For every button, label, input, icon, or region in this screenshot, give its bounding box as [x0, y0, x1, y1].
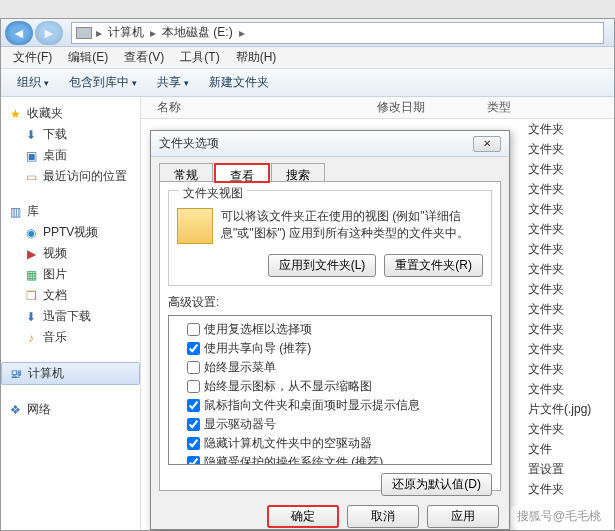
sidebar-item-recent[interactable]: ▭最近访问的位置: [1, 166, 140, 187]
file-row[interactable]: 文件: [524, 439, 614, 459]
file-row[interactable]: 置设置: [524, 459, 614, 479]
xunlei-icon: ⬇: [23, 309, 39, 325]
sidebar-item-label: 音乐: [43, 329, 67, 346]
close-button[interactable]: ✕: [473, 136, 501, 152]
col-modified[interactable]: 修改日期: [377, 99, 487, 116]
checkbox[interactable]: [187, 342, 200, 355]
new-folder-button[interactable]: 新建文件夹: [199, 69, 279, 96]
sidebar-item-xunlei[interactable]: ⬇迅雷下载: [1, 306, 140, 327]
sidebar-item-documents[interactable]: ❐文档: [1, 285, 140, 306]
folder-view-desc: 可以将该文件夹正在使用的视图 (例如"详细信息"或"图标") 应用到所有这种类型…: [221, 208, 483, 244]
file-row[interactable]: 文件夹: [524, 219, 614, 239]
sidebar: ★收藏夹 ⬇下载 ▣桌面 ▭最近访问的位置 ▥库 ◉PPTV视频 ▶视频 ▦图片…: [1, 97, 141, 530]
file-row[interactable]: 文件夹: [524, 119, 614, 139]
library-icon: ▥: [7, 204, 23, 220]
sidebar-favorites[interactable]: ★收藏夹: [1, 103, 140, 124]
sidebar-item-downloads[interactable]: ⬇下载: [1, 124, 140, 145]
file-row[interactable]: 文件夹: [524, 199, 614, 219]
file-row[interactable]: 文件夹: [524, 419, 614, 439]
file-row[interactable]: 文件夹: [524, 239, 614, 259]
tree-item[interactable]: 鼠标指向文件夹和桌面项时显示提示信息: [173, 396, 487, 415]
tab-view[interactable]: 查看: [215, 164, 269, 182]
file-row[interactable]: 文件夹: [524, 379, 614, 399]
file-row[interactable]: 文件夹: [524, 179, 614, 199]
menu-edit[interactable]: 编辑(E): [60, 49, 116, 66]
sidebar-item-video[interactable]: ▶视频: [1, 243, 140, 264]
sidebar-item-desktop[interactable]: ▣桌面: [1, 145, 140, 166]
tree-item[interactable]: 隐藏计算机文件夹中的空驱动器: [173, 434, 487, 453]
col-type[interactable]: 类型: [487, 99, 561, 116]
organize-button[interactable]: 组织: [7, 69, 59, 96]
tree-item[interactable]: 使用复选框以选择项: [173, 320, 487, 339]
nav-back-button[interactable]: ◄: [5, 21, 33, 45]
checkbox[interactable]: [187, 456, 200, 465]
breadcrumb-drive[interactable]: 本地磁盘 (E:): [156, 24, 239, 41]
apply-button[interactable]: 应用: [427, 505, 499, 528]
include-library-button[interactable]: 包含到库中: [59, 69, 147, 96]
file-row[interactable]: 文件夹: [524, 159, 614, 179]
dialog-title: 文件夹选项: [159, 135, 219, 152]
file-row[interactable]: 文件夹: [524, 319, 614, 339]
cancel-button[interactable]: 取消: [347, 505, 419, 528]
file-row[interactable]: 文件夹: [524, 279, 614, 299]
file-row[interactable]: 文件夹: [524, 479, 614, 499]
file-list: 文件夹 文件夹 文件夹 文件夹 文件夹 文件夹 文件夹 文件夹 文件夹 文件夹 …: [524, 119, 614, 499]
sidebar-item-label: 计算机: [28, 365, 64, 382]
tree-item[interactable]: 使用共享向导 (推荐): [173, 339, 487, 358]
tab-search[interactable]: 搜索: [271, 163, 325, 181]
checkbox[interactable]: [187, 418, 200, 431]
tree-item[interactable]: 显示驱动器号: [173, 415, 487, 434]
file-row[interactable]: 文件夹: [524, 299, 614, 319]
sidebar-libraries[interactable]: ▥库: [1, 201, 140, 222]
file-row[interactable]: 文件夹: [524, 359, 614, 379]
video-icon: ▶: [23, 246, 39, 262]
apply-to-folders-button[interactable]: 应用到文件夹(L): [268, 254, 377, 277]
share-button[interactable]: 共享: [147, 69, 199, 96]
sidebar-item-music[interactable]: ♪音乐: [1, 327, 140, 348]
address-bar[interactable]: ▸ 计算机 ▸ 本地磁盘 (E:) ▸: [71, 22, 604, 44]
file-row[interactable]: 文件夹: [524, 339, 614, 359]
tree-item[interactable]: 始终显示图标，从不显示缩略图: [173, 377, 487, 396]
tree-item[interactable]: 隐藏受保护的操作系统文件 (推荐): [173, 453, 487, 465]
menu-tools[interactable]: 工具(T): [172, 49, 227, 66]
dialog-tabs: 常规 查看 搜索: [151, 157, 509, 181]
drive-icon: [76, 27, 92, 39]
sidebar-item-label: 迅雷下载: [43, 308, 91, 325]
desktop-icon: ▣: [23, 148, 39, 164]
chevron-right-icon: ▸: [239, 26, 245, 40]
nav-forward-button[interactable]: ►: [35, 21, 63, 45]
checkbox[interactable]: [187, 399, 200, 412]
col-name[interactable]: 名称: [157, 99, 377, 116]
sidebar-item-pictures[interactable]: ▦图片: [1, 264, 140, 285]
sidebar-computer[interactable]: 🖳计算机: [1, 362, 140, 385]
checkbox[interactable]: [187, 361, 200, 374]
column-headers: 名称 修改日期 类型: [141, 97, 614, 119]
checkbox[interactable]: [187, 323, 200, 336]
sidebar-item-pptv[interactable]: ◉PPTV视频: [1, 222, 140, 243]
music-icon: ♪: [23, 330, 39, 346]
sidebar-item-label: PPTV视频: [43, 224, 98, 241]
checkbox[interactable]: [187, 437, 200, 450]
menu-help[interactable]: 帮助(H): [228, 49, 285, 66]
sidebar-network[interactable]: ❖网络: [1, 399, 140, 420]
menubar: 文件(F) 编辑(E) 查看(V) 工具(T) 帮助(H): [1, 47, 614, 69]
dialog-buttons: 确定 取消 应用: [151, 499, 509, 531]
restore-defaults-button[interactable]: 还原为默认值(D): [381, 473, 492, 496]
menu-file[interactable]: 文件(F): [5, 49, 60, 66]
tree-item[interactable]: 始终显示菜单: [173, 358, 487, 377]
tab-general[interactable]: 常规: [159, 163, 213, 181]
group-title: 文件夹视图: [179, 185, 247, 202]
breadcrumb-computer[interactable]: 计算机: [102, 24, 150, 41]
file-row[interactable]: 文件夹: [524, 139, 614, 159]
sidebar-item-label: 文档: [43, 287, 67, 304]
menu-view[interactable]: 查看(V): [116, 49, 172, 66]
folder-view-group: 文件夹视图 可以将该文件夹正在使用的视图 (例如"详细信息"或"图标") 应用到…: [168, 190, 492, 286]
advanced-settings-tree[interactable]: 使用复选框以选择项 使用共享向导 (推荐) 始终显示菜单 始终显示图标，从不显示…: [168, 315, 492, 465]
checkbox[interactable]: [187, 380, 200, 393]
reset-folders-button[interactable]: 重置文件夹(R): [384, 254, 483, 277]
file-row[interactable]: 文件夹: [524, 259, 614, 279]
ok-button[interactable]: 确定: [267, 505, 339, 528]
sidebar-item-label: 收藏夹: [27, 105, 63, 122]
file-row[interactable]: 片文件(.jpg): [524, 399, 614, 419]
sidebar-item-label: 网络: [27, 401, 51, 418]
